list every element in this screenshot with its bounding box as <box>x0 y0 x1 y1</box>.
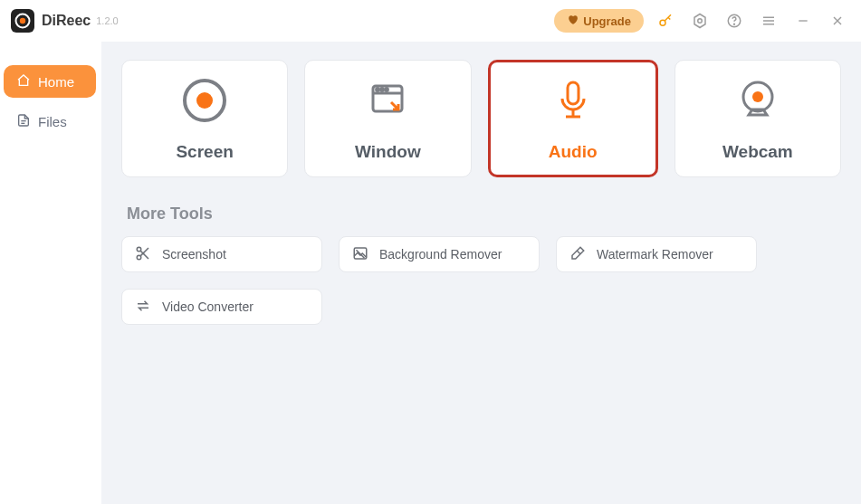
tool-watermark-remover[interactable]: Watermark Remover <box>556 236 757 272</box>
image-remove-icon <box>352 245 368 264</box>
upgrade-label: Upgrade <box>583 14 631 28</box>
recorder-grid: Screen Window Audio Webcam <box>121 60 841 177</box>
recorder-card-screen[interactable]: Screen <box>121 60 288 177</box>
svg-marker-3 <box>694 14 705 28</box>
svg-point-6 <box>734 24 735 24</box>
svg-point-26 <box>752 91 763 102</box>
menu-icon[interactable] <box>756 8 781 33</box>
sidebar-item-label: Home <box>38 74 74 90</box>
close-button[interactable] <box>825 8 850 33</box>
microphone-icon <box>548 75 598 129</box>
scissors-icon <box>135 245 151 264</box>
tool-label: Watermark Remover <box>597 247 713 262</box>
recorder-card-webcam[interactable]: Webcam <box>674 60 841 177</box>
eraser-icon <box>569 245 586 264</box>
files-icon <box>16 113 31 130</box>
app-name: DiReec <box>42 13 91 29</box>
sidebar: Home Files <box>0 42 101 504</box>
app-version: 1.2.0 <box>96 15 118 26</box>
svg-point-21 <box>386 89 388 91</box>
screen-record-icon <box>179 75 230 129</box>
svg-point-28 <box>137 255 141 260</box>
svg-point-27 <box>137 247 141 252</box>
svg-point-1 <box>20 18 25 24</box>
upgrade-button[interactable]: Upgrade <box>554 9 644 33</box>
recorder-card-audio[interactable]: Audio <box>488 60 658 177</box>
help-icon[interactable] <box>722 8 747 33</box>
svg-point-4 <box>698 19 703 24</box>
tool-video-converter[interactable]: Video Converter <box>121 289 322 325</box>
svg-point-16 <box>196 92 213 109</box>
heart-icon <box>567 14 579 28</box>
settings-icon[interactable] <box>687 8 713 33</box>
main-content: Screen Window Audio Webcam <box>101 42 861 504</box>
recorder-label: Webcam <box>722 142 793 162</box>
titlebar: DiReec 1.2.0 Upgrade <box>0 0 861 42</box>
svg-line-33 <box>577 251 580 254</box>
tool-background-remover[interactable]: Background Remover <box>339 236 540 272</box>
tool-screenshot[interactable]: Screenshot <box>121 236 322 272</box>
recorder-label: Audio <box>549 142 598 162</box>
sidebar-item-home[interactable]: Home <box>4 65 96 98</box>
tool-label: Video Converter <box>162 300 254 314</box>
app-logo <box>11 9 34 33</box>
sidebar-item-label: Files <box>38 114 67 129</box>
more-tools-title: More Tools <box>127 204 841 223</box>
svg-point-20 <box>381 89 384 91</box>
tools-grid: Screenshot Background Remover Watermark … <box>121 236 841 325</box>
svg-point-2 <box>660 20 665 25</box>
recorder-label: Window <box>355 142 421 162</box>
tool-label: Screenshot <box>162 247 226 262</box>
recorder-label: Screen <box>176 142 233 162</box>
window-icon <box>362 75 413 129</box>
key-icon[interactable] <box>653 8 678 33</box>
sidebar-item-files[interactable]: Files <box>4 105 96 138</box>
tool-label: Background Remover <box>379 247 502 262</box>
svg-point-19 <box>377 89 379 91</box>
home-icon <box>16 73 31 90</box>
swap-icon <box>135 298 151 317</box>
recorder-card-window[interactable]: Window <box>304 60 471 177</box>
svg-rect-22 <box>568 82 579 104</box>
minimize-button[interactable] <box>790 8 816 33</box>
webcam-icon <box>732 75 783 129</box>
